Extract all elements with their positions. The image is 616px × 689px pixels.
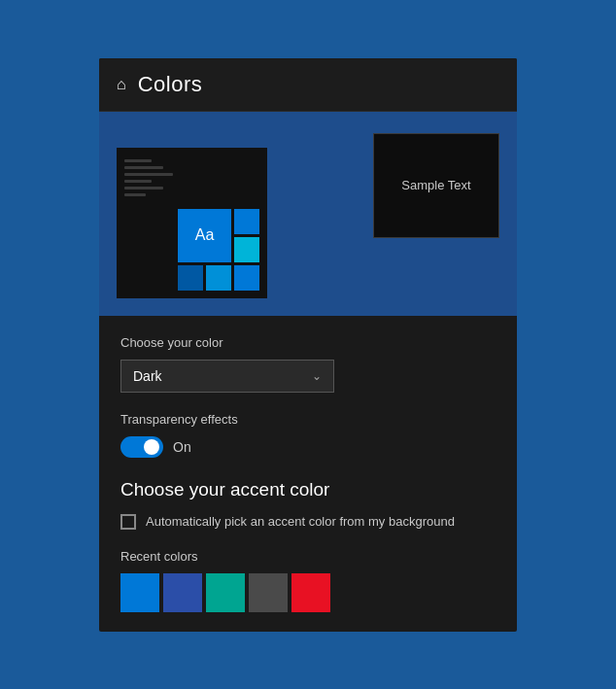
transparency-section: Transparency effects On [120, 412, 496, 458]
color-choice-label: Choose your color [120, 335, 496, 350]
settings-panel: ⌂ Colors Aa [99, 58, 517, 632]
menu-line-2 [124, 166, 163, 169]
tile-small-2 [234, 237, 259, 262]
tile-small-5 [234, 265, 259, 291]
color-swatches [120, 573, 496, 612]
tile-area: Aa [178, 209, 259, 291]
tile-row-bottom [178, 265, 259, 291]
swatch-blue[interactable] [120, 573, 159, 612]
menu-lines [124, 159, 173, 196]
sample-text-box: Sample Text [373, 133, 499, 238]
tile-main: Aa [178, 209, 231, 262]
auto-pick-checkbox[interactable] [120, 514, 136, 530]
menu-line-5 [124, 187, 163, 189]
menu-line-1 [124, 159, 152, 162]
tile-small-1 [234, 209, 259, 234]
panel-content: Choose your color Dark ⌄ Transparency ef… [99, 316, 517, 632]
toggle-state-label: On [173, 439, 191, 455]
tile-row-top: Aa [178, 209, 259, 262]
swatch-teal[interactable] [206, 573, 245, 612]
swatch-red[interactable] [291, 573, 330, 612]
menu-line-3 [124, 173, 173, 176]
panel-header: ⌂ Colors [99, 58, 517, 112]
accent-heading: Choose your accent color [120, 479, 496, 500]
menu-line-6 [124, 193, 146, 196]
transparency-label: Transparency effects [120, 412, 496, 427]
panel-title: Colors [138, 72, 203, 97]
sample-text-label: Sample Text [401, 178, 470, 192]
menu-line-4 [124, 180, 152, 183]
swatch-dark-blue[interactable] [163, 573, 202, 612]
tile-small-3 [178, 265, 203, 291]
toggle-knob [144, 439, 159, 455]
auto-pick-row: Automatically pick an accent color from … [120, 514, 496, 530]
toggle-row: On [120, 436, 496, 458]
chevron-down-icon: ⌄ [312, 369, 322, 383]
color-dropdown-value: Dark [133, 368, 162, 384]
preview-area: Aa Sample Text [99, 112, 517, 316]
home-icon[interactable]: ⌂ [117, 76, 126, 93]
auto-pick-label: Automatically pick an accent color from … [146, 514, 455, 529]
color-dropdown[interactable]: Dark ⌄ [120, 360, 334, 393]
recent-colors-label: Recent colors [120, 549, 496, 564]
swatch-gray[interactable] [249, 573, 288, 612]
tile-small-4 [206, 265, 231, 291]
transparency-toggle[interactable] [120, 436, 163, 458]
preview-dark-panel: Aa [117, 148, 267, 298]
